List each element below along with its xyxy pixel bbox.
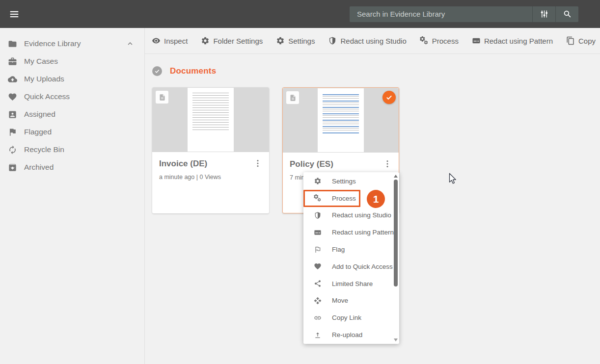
search-input[interactable] <box>350 6 532 22</box>
file-type-badge <box>286 91 299 104</box>
sidebar-item-icon <box>8 163 17 172</box>
sidebar-item-icon <box>8 75 17 84</box>
card-body: Invoice (DE) a minute ago | 0 Views <box>152 152 269 181</box>
sidebar-item-evidence-library[interactable]: Evidence Library <box>0 35 144 52</box>
menu-item-label: Re-upload <box>332 331 362 338</box>
mouse-cursor <box>449 173 458 185</box>
toolbar-item-redact-using-studio[interactable]: Redact using Studio <box>328 36 406 45</box>
toolbar-item-redact-using-pattern[interactable]: Redact using Pattern <box>472 36 553 45</box>
document-title: Policy (ES) <box>290 159 382 169</box>
menu-item-label: Settings <box>332 178 356 185</box>
topbar <box>0 0 600 28</box>
toolbar-item-copy[interactable]: Copy <box>566 36 596 45</box>
card-menu-button[interactable] <box>382 159 393 170</box>
menu-item-icon <box>314 177 322 185</box>
sidebar-item-flagged[interactable]: Flagged <box>0 123 144 141</box>
search-icon <box>563 9 572 19</box>
toolbar-item-label: Inspect <box>164 37 188 45</box>
chevron-up-icon[interactable] <box>126 39 135 48</box>
context-menu-item-copy-link[interactable]: Copy Link <box>303 309 399 326</box>
toolbar-item-label: Folder Settings <box>213 37 263 45</box>
menu-item-label: Redact using Pattern <box>332 229 394 236</box>
menu-item-label: Flag <box>332 246 345 253</box>
toolbar-item-icon <box>472 36 481 45</box>
preview-text-lines <box>323 94 359 133</box>
sidebar-item-label: Evidence Library <box>24 39 81 48</box>
filter-icon <box>540 9 549 19</box>
selected-check-badge[interactable] <box>382 91 396 104</box>
app-window: Evidence Library My Cases My Uploads Qui… <box>0 0 600 364</box>
context-menu-item-redact-using-studio[interactable]: Redact using Studio <box>303 207 399 224</box>
menu-item-icon <box>314 262 322 270</box>
sidebar-item-label: My Uploads <box>24 75 64 83</box>
context-menu-item-add-to-quick-access[interactable]: Add to Quick Access <box>303 258 399 275</box>
sidebar-item-assigned[interactable]: Assigned <box>0 105 144 123</box>
check-icon <box>154 68 160 74</box>
check-icon <box>385 94 393 101</box>
toolbar-item-icon <box>566 36 575 45</box>
sidebar-item-my-cases[interactable]: My Cases <box>0 52 144 70</box>
context-menu-item-limited-share[interactable]: Limited Share <box>303 275 399 292</box>
sidebar-item-icon <box>8 128 17 137</box>
toolbar-item-icon <box>420 36 429 45</box>
menu-item-icon <box>314 280 322 287</box>
menu-item-label: Move <box>332 297 348 304</box>
scroll-up-arrow-icon[interactable] <box>394 175 398 178</box>
document-thumbnail[interactable] <box>152 87 269 152</box>
toolbar-item-icon <box>201 36 210 45</box>
toolbar-item-label: Copy <box>578 37 596 45</box>
document-card[interactable]: Invoice (DE) a minute ago | 0 Views <box>152 87 269 213</box>
document-icon <box>289 94 297 102</box>
menu-item-icon <box>314 331 322 339</box>
context-menu-item-redact-using-pattern[interactable]: Redact using Pattern <box>303 224 399 241</box>
document-preview-page <box>318 88 364 152</box>
sidebar-item-icon <box>8 110 17 119</box>
toolbar-item-label: Process <box>432 37 459 45</box>
context-menu-scrollbar[interactable] <box>393 173 398 343</box>
sidebar-item-recycle-bin[interactable]: Recycle Bin <box>0 141 144 158</box>
scroll-down-arrow-icon[interactable] <box>394 338 398 341</box>
hamburger-menu-icon[interactable] <box>9 9 20 20</box>
sidebar-item-archived[interactable]: Archived <box>0 158 144 176</box>
context-menu-item-settings[interactable]: Settings <box>303 173 399 190</box>
kebab-icon <box>253 158 263 168</box>
menu-item-label: Limited Share <box>332 280 373 287</box>
scrollbar-thumb[interactable] <box>394 180 398 286</box>
sidebar-item-quick-access[interactable]: Quick Access <box>0 88 144 105</box>
section-check-circle <box>152 66 162 76</box>
toolbar-item-settings[interactable]: Settings <box>276 36 315 45</box>
toolbar-item-folder-settings[interactable]: Folder Settings <box>201 36 263 45</box>
context-menu-item-flag[interactable]: Flag <box>303 241 399 258</box>
sidebar-item-label: Recycle Bin <box>24 145 64 154</box>
sidebar-item-label: Assigned <box>24 110 55 119</box>
filter-button[interactable] <box>533 6 555 22</box>
toolbar-item-icon <box>276 36 285 45</box>
document-thumbnail[interactable] <box>283 88 399 153</box>
sidebar-item-my-uploads[interactable]: My Uploads <box>0 70 144 88</box>
sidebar-item-label: Archived <box>24 163 54 172</box>
card-menu-button[interactable] <box>252 158 263 169</box>
menu-item-icon <box>314 246 322 254</box>
search-button[interactable] <box>556 6 578 22</box>
toolbar-item-process[interactable]: Process <box>420 36 459 45</box>
menu-item-icon <box>314 229 322 236</box>
context-menu-item-re-upload[interactable]: Re-upload <box>303 326 399 343</box>
toolbar-item-label: Redact using Studio <box>340 37 406 45</box>
sidebar-item-label: My Cases <box>24 57 58 66</box>
context-menu-item-move[interactable]: Move <box>303 292 399 310</box>
document-title: Invoice (DE) <box>159 159 252 169</box>
sidebar-item-icon <box>8 57 17 66</box>
menu-item-icon <box>314 297 322 305</box>
menu-item-icon <box>314 211 322 219</box>
sidebar-item-icon <box>8 145 17 155</box>
sidebar-item-icon <box>8 92 17 102</box>
document-icon <box>159 94 166 101</box>
file-type-badge <box>156 91 168 104</box>
menu-item-icon <box>314 314 322 322</box>
toolbar-item-inspect[interactable]: Inspect <box>152 36 188 45</box>
kebab-icon <box>382 159 392 169</box>
section-title: Documents <box>170 66 216 76</box>
sidebar-item-icon <box>8 39 17 49</box>
toolbar-item-label: Redact using Pattern <box>484 37 553 45</box>
toolbar: Inspect Folder Settings Settings Redact … <box>145 28 600 54</box>
